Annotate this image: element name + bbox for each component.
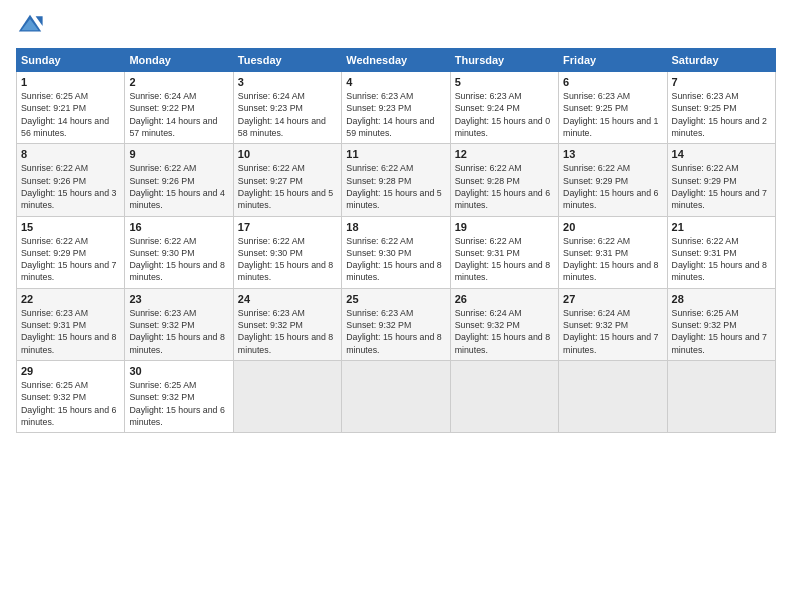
calendar-cell: 12 Sunrise: 6:22 AM Sunset: 9:28 PM Dayl… — [450, 144, 558, 216]
day-info: Sunrise: 6:25 AM Sunset: 9:21 PM Dayligh… — [21, 90, 120, 139]
calendar-cell: 16 Sunrise: 6:22 AM Sunset: 9:30 PM Dayl… — [125, 216, 233, 288]
day-info: Sunrise: 6:23 AM Sunset: 9:23 PM Dayligh… — [346, 90, 445, 139]
day-number: 24 — [238, 293, 337, 305]
day-info: Sunrise: 6:23 AM Sunset: 9:32 PM Dayligh… — [238, 307, 337, 356]
day-number: 14 — [672, 148, 771, 160]
day-number: 28 — [672, 293, 771, 305]
logo-icon — [16, 12, 44, 40]
day-number: 15 — [21, 221, 120, 233]
day-info: Sunrise: 6:22 AM Sunset: 9:29 PM Dayligh… — [21, 235, 120, 284]
calendar-cell: 7 Sunrise: 6:23 AM Sunset: 9:25 PM Dayli… — [667, 72, 775, 144]
calendar-cell: 30 Sunrise: 6:25 AM Sunset: 9:32 PM Dayl… — [125, 361, 233, 433]
day-info: Sunrise: 6:22 AM Sunset: 9:28 PM Dayligh… — [346, 162, 445, 211]
day-info: Sunrise: 6:22 AM Sunset: 9:27 PM Dayligh… — [238, 162, 337, 211]
calendar-cell: 15 Sunrise: 6:22 AM Sunset: 9:29 PM Dayl… — [17, 216, 125, 288]
day-number: 2 — [129, 76, 228, 88]
day-number: 4 — [346, 76, 445, 88]
calendar-cell: 20 Sunrise: 6:22 AM Sunset: 9:31 PM Dayl… — [559, 216, 667, 288]
day-info: Sunrise: 6:23 AM Sunset: 9:31 PM Dayligh… — [21, 307, 120, 356]
calendar-cell: 18 Sunrise: 6:22 AM Sunset: 9:30 PM Dayl… — [342, 216, 450, 288]
calendar-cell: 29 Sunrise: 6:25 AM Sunset: 9:32 PM Dayl… — [17, 361, 125, 433]
calendar-cell: 10 Sunrise: 6:22 AM Sunset: 9:27 PM Dayl… — [233, 144, 341, 216]
day-info: Sunrise: 6:23 AM Sunset: 9:24 PM Dayligh… — [455, 90, 554, 139]
day-number: 18 — [346, 221, 445, 233]
calendar-cell: 6 Sunrise: 6:23 AM Sunset: 9:25 PM Dayli… — [559, 72, 667, 144]
day-info: Sunrise: 6:24 AM Sunset: 9:32 PM Dayligh… — [563, 307, 662, 356]
day-number: 13 — [563, 148, 662, 160]
day-number: 20 — [563, 221, 662, 233]
day-number: 11 — [346, 148, 445, 160]
day-number: 26 — [455, 293, 554, 305]
day-info: Sunrise: 6:22 AM Sunset: 9:30 PM Dayligh… — [238, 235, 337, 284]
calendar-cell: 4 Sunrise: 6:23 AM Sunset: 9:23 PM Dayli… — [342, 72, 450, 144]
day-info: Sunrise: 6:22 AM Sunset: 9:31 PM Dayligh… — [672, 235, 771, 284]
day-info: Sunrise: 6:22 AM Sunset: 9:31 PM Dayligh… — [455, 235, 554, 284]
calendar-cell — [342, 361, 450, 433]
weekday-header-sunday: Sunday — [17, 49, 125, 72]
day-info: Sunrise: 6:22 AM Sunset: 9:31 PM Dayligh… — [563, 235, 662, 284]
day-info: Sunrise: 6:25 AM Sunset: 9:32 PM Dayligh… — [21, 379, 120, 428]
day-info: Sunrise: 6:22 AM Sunset: 9:30 PM Dayligh… — [129, 235, 228, 284]
day-number: 23 — [129, 293, 228, 305]
weekday-header-friday: Friday — [559, 49, 667, 72]
calendar-cell: 5 Sunrise: 6:23 AM Sunset: 9:24 PM Dayli… — [450, 72, 558, 144]
weekday-header-thursday: Thursday — [450, 49, 558, 72]
calendar-cell: 26 Sunrise: 6:24 AM Sunset: 9:32 PM Dayl… — [450, 288, 558, 360]
logo — [16, 12, 48, 40]
day-number: 25 — [346, 293, 445, 305]
day-number: 19 — [455, 221, 554, 233]
calendar-cell: 28 Sunrise: 6:25 AM Sunset: 9:32 PM Dayl… — [667, 288, 775, 360]
day-number: 12 — [455, 148, 554, 160]
day-number: 7 — [672, 76, 771, 88]
calendar-cell: 23 Sunrise: 6:23 AM Sunset: 9:32 PM Dayl… — [125, 288, 233, 360]
calendar-cell — [233, 361, 341, 433]
calendar-cell — [450, 361, 558, 433]
header — [16, 12, 776, 40]
calendar-cell: 21 Sunrise: 6:22 AM Sunset: 9:31 PM Dayl… — [667, 216, 775, 288]
day-info: Sunrise: 6:23 AM Sunset: 9:32 PM Dayligh… — [129, 307, 228, 356]
day-number: 9 — [129, 148, 228, 160]
calendar-cell: 9 Sunrise: 6:22 AM Sunset: 9:26 PM Dayli… — [125, 144, 233, 216]
day-info: Sunrise: 6:22 AM Sunset: 9:29 PM Dayligh… — [563, 162, 662, 211]
day-number: 21 — [672, 221, 771, 233]
day-info: Sunrise: 6:25 AM Sunset: 9:32 PM Dayligh… — [129, 379, 228, 428]
calendar-cell — [559, 361, 667, 433]
weekday-header-wednesday: Wednesday — [342, 49, 450, 72]
day-info: Sunrise: 6:22 AM Sunset: 9:26 PM Dayligh… — [129, 162, 228, 211]
calendar-cell: 14 Sunrise: 6:22 AM Sunset: 9:29 PM Dayl… — [667, 144, 775, 216]
day-number: 10 — [238, 148, 337, 160]
day-number: 8 — [21, 148, 120, 160]
calendar-cell: 17 Sunrise: 6:22 AM Sunset: 9:30 PM Dayl… — [233, 216, 341, 288]
calendar-cell: 3 Sunrise: 6:24 AM Sunset: 9:23 PM Dayli… — [233, 72, 341, 144]
weekday-header-monday: Monday — [125, 49, 233, 72]
day-info: Sunrise: 6:24 AM Sunset: 9:23 PM Dayligh… — [238, 90, 337, 139]
weekday-header-tuesday: Tuesday — [233, 49, 341, 72]
day-info: Sunrise: 6:25 AM Sunset: 9:32 PM Dayligh… — [672, 307, 771, 356]
calendar-cell: 22 Sunrise: 6:23 AM Sunset: 9:31 PM Dayl… — [17, 288, 125, 360]
calendar-cell — [667, 361, 775, 433]
day-number: 27 — [563, 293, 662, 305]
calendar-cell: 13 Sunrise: 6:22 AM Sunset: 9:29 PM Dayl… — [559, 144, 667, 216]
day-info: Sunrise: 6:24 AM Sunset: 9:22 PM Dayligh… — [129, 90, 228, 139]
day-number: 5 — [455, 76, 554, 88]
day-number: 30 — [129, 365, 228, 377]
calendar-cell: 2 Sunrise: 6:24 AM Sunset: 9:22 PM Dayli… — [125, 72, 233, 144]
page: SundayMondayTuesdayWednesdayThursdayFrid… — [0, 0, 792, 612]
day-number: 17 — [238, 221, 337, 233]
weekday-header-saturday: Saturday — [667, 49, 775, 72]
day-info: Sunrise: 6:23 AM Sunset: 9:32 PM Dayligh… — [346, 307, 445, 356]
calendar-table: SundayMondayTuesdayWednesdayThursdayFrid… — [16, 48, 776, 433]
day-info: Sunrise: 6:24 AM Sunset: 9:32 PM Dayligh… — [455, 307, 554, 356]
calendar-cell: 11 Sunrise: 6:22 AM Sunset: 9:28 PM Dayl… — [342, 144, 450, 216]
day-number: 22 — [21, 293, 120, 305]
day-number: 29 — [21, 365, 120, 377]
day-info: Sunrise: 6:22 AM Sunset: 9:28 PM Dayligh… — [455, 162, 554, 211]
calendar-cell: 8 Sunrise: 6:22 AM Sunset: 9:26 PM Dayli… — [17, 144, 125, 216]
calendar-cell: 27 Sunrise: 6:24 AM Sunset: 9:32 PM Dayl… — [559, 288, 667, 360]
calendar-cell: 24 Sunrise: 6:23 AM Sunset: 9:32 PM Dayl… — [233, 288, 341, 360]
day-number: 1 — [21, 76, 120, 88]
calendar-cell: 19 Sunrise: 6:22 AM Sunset: 9:31 PM Dayl… — [450, 216, 558, 288]
svg-marker-2 — [36, 16, 43, 26]
day-number: 3 — [238, 76, 337, 88]
calendar-cell: 1 Sunrise: 6:25 AM Sunset: 9:21 PM Dayli… — [17, 72, 125, 144]
